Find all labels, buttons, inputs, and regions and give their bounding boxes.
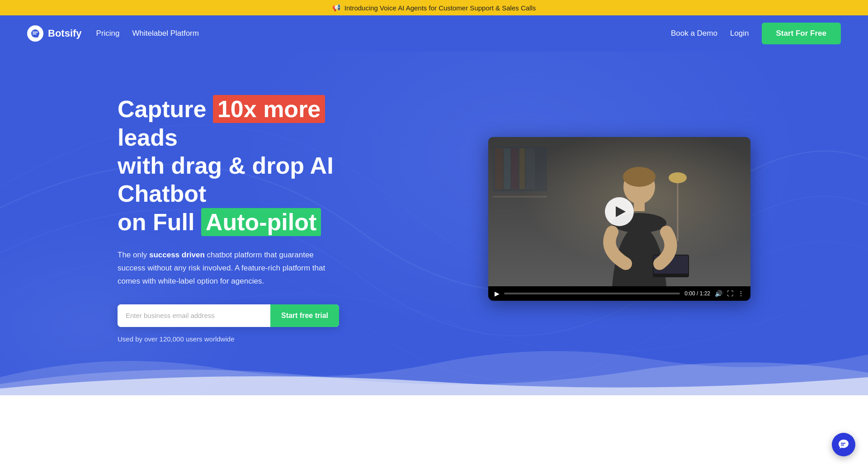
play-pause-button[interactable]: ▶ <box>495 290 500 297</box>
nav-item-pricing[interactable]: Pricing <box>96 29 120 38</box>
navbar-left: Botsify Pricing Whitelabel Platform <box>27 25 199 42</box>
fullscreen-button[interactable]: ⛶ <box>727 290 733 297</box>
svg-rect-15 <box>511 148 519 189</box>
video-controls: ▶ 0:00 / 1:22 🔊 ⛶ ⋮ <box>488 286 750 301</box>
logo-text: Botsify <box>48 28 82 39</box>
video-thumbnail[interactable] <box>488 137 750 286</box>
announcement-bar: 📢 Introducing Voice AI Agents for Custom… <box>0 0 868 15</box>
svg-rect-16 <box>519 148 525 189</box>
headline-line3-pre: on Full <box>118 209 201 235</box>
users-text: Used by over 120,000 users worldwide <box>118 335 389 343</box>
navbar: Botsify Pricing Whitelabel Platform Book… <box>0 15 868 52</box>
hero-wave <box>0 341 868 395</box>
svg-rect-14 <box>504 148 510 189</box>
video-time-display: 0:00 / 1:22 <box>684 290 710 297</box>
start-free-trial-button[interactable]: Start free trial <box>270 304 339 327</box>
book-demo-link[interactable]: Book a Demo <box>671 29 717 38</box>
hero-section: Capture 10x more leads with drag & drop … <box>0 52 868 395</box>
hero-left: Capture 10x more leads with drag & drop … <box>118 95 389 343</box>
hero-right: Right Chatbot Solution | Right Team | Ch… <box>479 137 750 301</box>
headline-highlight1: 10x more <box>213 95 325 123</box>
headline-part2: leads <box>118 124 178 151</box>
svg-rect-18 <box>493 196 547 198</box>
email-input[interactable] <box>118 304 270 327</box>
announcement-text: Introducing Voice AI Agents for Customer… <box>344 4 536 12</box>
navbar-right: Book a Demo Login Start For Free <box>671 23 841 44</box>
volume-button[interactable]: 🔊 <box>715 290 722 297</box>
start-for-free-button[interactable]: Start For Free <box>762 23 841 44</box>
logo-icon <box>27 25 43 42</box>
svg-point-1 <box>36 35 38 38</box>
play-button[interactable] <box>605 197 634 226</box>
nav-item-whitelabel[interactable]: Whitelabel Platform <box>132 29 199 38</box>
hero-title: Capture 10x more leads with drag & drop … <box>118 95 389 236</box>
more-options-button[interactable]: ⋮ <box>738 290 744 297</box>
whitelabel-link[interactable]: Whitelabel Platform <box>132 29 199 38</box>
desc-pre: The only <box>118 251 149 259</box>
hero-description: The only success driven chatbot platform… <box>118 249 339 288</box>
headline-part1: Capture <box>118 96 213 122</box>
email-form: Start free trial <box>118 304 339 327</box>
svg-rect-13 <box>495 148 503 189</box>
login-link[interactable]: Login <box>730 29 749 38</box>
nav-links: Pricing Whitelabel Platform <box>96 29 199 38</box>
svg-rect-17 <box>526 148 535 189</box>
headline-line2: with drag & drop AI Chatbot <box>118 152 334 207</box>
logo-svg <box>30 28 40 38</box>
progress-bar[interactable] <box>504 293 680 294</box>
hero-content: Capture 10x more leads with drag & drop … <box>118 95 750 343</box>
video-container: Right Chatbot Solution | Right Team | Ch… <box>488 137 750 301</box>
logo[interactable]: Botsify <box>27 25 82 42</box>
announcement-icon: 📢 <box>332 4 341 12</box>
headline-highlight2: Auto-pilot <box>201 208 321 236</box>
pricing-link[interactable]: Pricing <box>96 29 120 38</box>
desc-bold: success driven <box>149 251 205 259</box>
